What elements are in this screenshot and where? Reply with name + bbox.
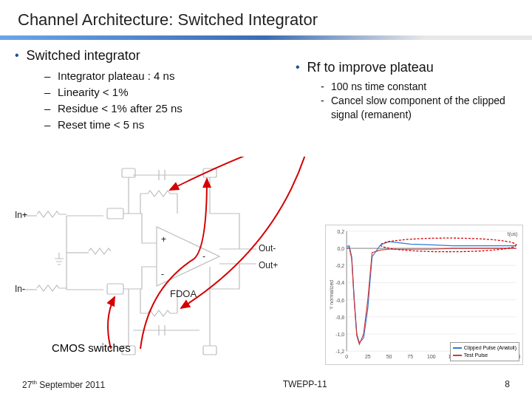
dash: – — [44, 117, 58, 133]
bullet-dot: • — [296, 59, 300, 75]
svg-text:50: 50 — [386, 354, 392, 359]
label-in-minus: In- — [15, 284, 25, 294]
main-heading: Switched integrator — [27, 47, 140, 64]
list-text: Linearity < 1% — [58, 84, 128, 100]
svg-rect-2 — [122, 168, 135, 177]
chart: 0,20,0-0,2-0,4-0,6-0,8-1,0-1,20255075100… — [325, 225, 523, 365]
dash: – — [44, 68, 58, 84]
chart-legend: Clipped Pulse (Anatoli) Test Pulse — [450, 342, 519, 361]
list-item: -Cancel slow component of the clipped si… — [321, 94, 517, 122]
dash: – — [44, 84, 58, 100]
svg-text:-0,2: -0,2 — [335, 263, 344, 268]
svg-text:Y normalized: Y normalized — [329, 280, 334, 310]
svg-text:75: 75 — [407, 354, 413, 359]
svg-text:-0,6: -0,6 — [335, 298, 344, 303]
svg-text:-1,0: -1,0 — [335, 332, 344, 337]
dash: - — [321, 94, 331, 108]
content: • Switched integrator –Integrator platea… — [0, 40, 532, 350]
svg-text:0: 0 — [345, 354, 348, 359]
label-out-minus: Out- — [259, 243, 276, 253]
list-text: Integrator plateau : 4 ns — [58, 68, 174, 84]
label-in-plus: In+ — [15, 210, 27, 220]
right-heading-row: • Rf to improve plateau — [296, 59, 517, 75]
label-minus: - — [202, 251, 205, 262]
list-text: 100 ns time constant — [331, 80, 517, 94]
right-heading: Rf to improve plateau — [307, 59, 434, 75]
svg-text:25: 25 — [365, 354, 371, 359]
svg-text:-1,2: -1,2 — [335, 349, 344, 354]
page-title: Channel Architecture: Switched Integrato… — [0, 0, 532, 35]
list-text: Residue < 1% after 25 ns — [58, 100, 183, 117]
svg-text:t(us): t(us) — [508, 231, 518, 237]
list-item: -100 ns time constant — [321, 80, 517, 94]
svg-rect-0 — [107, 208, 123, 219]
label-fdoa: FDOA — [170, 288, 197, 299]
list-text: Cancel slow component of the clipped sig… — [331, 94, 517, 122]
footer-date: 27th September 2011 — [22, 379, 105, 390]
svg-text:0,0: 0,0 — [338, 246, 345, 251]
dash: – — [44, 100, 58, 117]
dash: - — [321, 80, 331, 94]
svg-rect-5 — [203, 346, 216, 355]
svg-point-33 — [381, 238, 516, 252]
footer-center: TWEPP-11 — [283, 379, 327, 389]
list-text: Reset time < 5 ns — [58, 117, 144, 133]
svg-text:0,2: 0,2 — [338, 229, 345, 234]
svg-text:100: 100 — [427, 354, 436, 359]
svg-text:-0,8: -0,8 — [335, 315, 344, 320]
bullet-dot: • — [15, 47, 19, 64]
svg-text:-0,4: -0,4 — [335, 280, 344, 285]
footer-page: 8 — [505, 379, 510, 389]
label-out-plus: Out+ — [259, 260, 278, 270]
right-column: • Rf to improve plateau -100 ns time con… — [296, 59, 517, 122]
legend-a: Clipped Pulse (Anatoli) — [464, 344, 516, 352]
legend-b: Test Pulse — [464, 352, 488, 359]
footer: 27th September 2011 TWEPP-11 8 — [0, 369, 532, 399]
label-plus: + — [161, 234, 166, 245]
circuit-diagram: In+ In- + - - FDOA Out- Out+ — [15, 157, 325, 364]
cmos-label: CMOS switches — [52, 341, 131, 355]
right-list: -100 ns time constant -Cancel slow compo… — [321, 80, 517, 122]
label-minus: - — [161, 269, 164, 279]
svg-rect-1 — [107, 284, 123, 294]
